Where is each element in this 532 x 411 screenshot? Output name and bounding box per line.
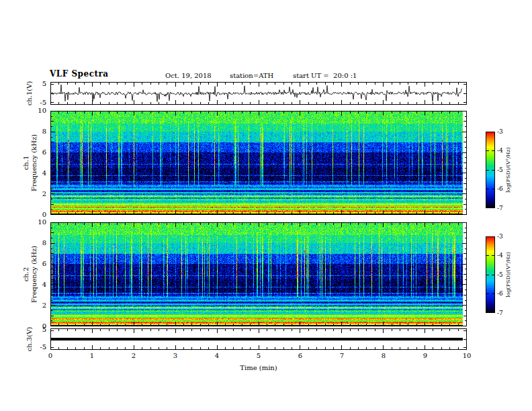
figure-date: Oct. 19, 2018 <box>165 72 212 80</box>
colorbar-tick-label: -5 <box>497 166 503 174</box>
colorbar-ch1-title-text: log(PSD)/(V²/Hz) <box>504 147 513 193</box>
ch1-spectrogram-plot <box>50 111 467 215</box>
ch1-waveform-plot <box>50 82 467 105</box>
ch1-wave-axis-title-text: ch.1(V) <box>26 81 34 106</box>
colorbar-tick-label: -5 <box>497 271 503 279</box>
x-tick-label: 8 <box>375 352 392 360</box>
x-tick-label: 5 <box>251 352 267 360</box>
x-tick-label: 7 <box>334 352 350 360</box>
ch3-wave-axis-title-text: ch.3(V) <box>26 327 34 352</box>
figure-start-ut: start UT = 20:0 :1 <box>293 72 357 80</box>
x-tick-label: 1 <box>84 352 100 360</box>
x-tick-label: 0 <box>42 352 58 360</box>
ch1-wave-ymin-label: -5 <box>33 99 46 107</box>
x-tick-label: 10 <box>459 352 475 360</box>
ch1-spec-channel-label: ch.1 <box>22 156 30 171</box>
ch1-wave-ymax-label: 5 <box>33 80 46 88</box>
colorbar-ch2 <box>486 236 495 313</box>
x-tick-label: 9 <box>417 352 433 360</box>
x-tick-label: 4 <box>209 352 225 360</box>
colorbar-tick-label: -3 <box>497 128 503 136</box>
vlf-spectra-figure: VLF Spectra Oct. 19, 2018 station=ATH st… <box>0 0 532 411</box>
colorbar-ch2-title-text: log(PSD)/(V²/Hz) <box>504 252 513 298</box>
colorbar-tick-label: -7 <box>497 309 503 317</box>
colorbar-tick-label: -6 <box>497 289 503 298</box>
colorbar-tick-label: -4 <box>497 251 503 259</box>
ch3-wave-ymin-label: -5 <box>33 343 46 351</box>
ch2-spec-freq-label: Frequency (kHz) <box>30 246 38 303</box>
figure-title: VLF Spectra <box>50 70 109 78</box>
ch3-wave-ymax-label: 5 <box>33 326 46 334</box>
ch2-spec-axis-title: ch.2 Frequency (kHz) <box>21 222 38 326</box>
colorbar-tick-label: -4 <box>497 146 503 154</box>
ch1-spec-freq-label: Frequency (kHz) <box>30 134 38 191</box>
colorbar-tick-label: -6 <box>497 185 503 193</box>
x-axis-title: Time (min) <box>232 364 285 372</box>
figure-station: station=ATH <box>230 72 273 80</box>
ch2-spectrogram-plot <box>50 222 467 326</box>
x-tick-label: 3 <box>167 352 183 360</box>
ch1-spec-axis-title: ch.1 Frequency (kHz) <box>21 111 38 215</box>
ch3-waveform-plot <box>50 328 467 350</box>
colorbar-tick-label: -3 <box>497 232 503 240</box>
colorbar-tick-label: -7 <box>497 204 503 212</box>
x-tick-label: 2 <box>126 352 142 360</box>
ch3-wave-axis-title: ch.3(V) <box>26 319 34 359</box>
colorbar-ch1-title: log(PSD)/(V²/Hz) <box>504 133 513 207</box>
x-tick-label: 6 <box>292 352 308 360</box>
colorbar-ch2-title: log(PSD)/(V²/Hz) <box>504 238 513 312</box>
colorbar-ch1 <box>486 132 495 208</box>
ch2-spec-channel-label: ch.2 <box>22 267 30 282</box>
